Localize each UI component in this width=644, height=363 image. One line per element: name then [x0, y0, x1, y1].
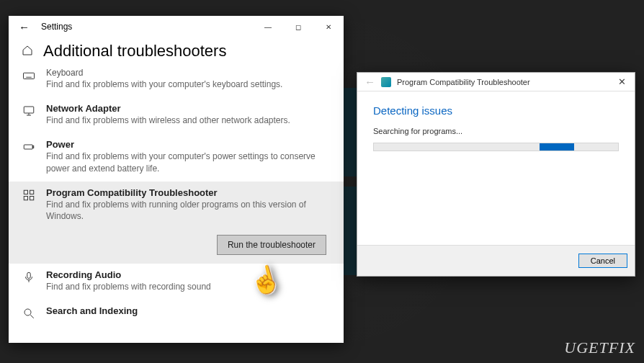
item-title: Program Compatibility Troubleshooter	[46, 187, 331, 198]
dialog-titlebar: ← Program Compatibility Troubleshooter ✕	[357, 73, 635, 91]
svg-rect-15	[27, 272, 31, 278]
svg-rect-12	[30, 190, 34, 194]
dialog-title: Program Compatibility Troubleshooter	[397, 78, 530, 86]
troubleshooter-icon	[381, 77, 391, 87]
item-title: Search and Indexing	[46, 305, 331, 316]
cancel-button[interactable]: Cancel	[578, 254, 627, 268]
svg-rect-6	[24, 107, 34, 113]
dialog-back-icon: ←	[365, 76, 375, 88]
item-desc: Find and fix problems with running older…	[46, 199, 331, 222]
run-button-row: Run the troubleshooter	[9, 229, 344, 264]
item-title: Keyboard	[46, 68, 331, 78]
close-button[interactable]: ✕	[313, 16, 344, 37]
network-icon	[22, 103, 36, 126]
item-desc: Find and fix problems with wireless and …	[46, 115, 331, 126]
list-item-power[interactable]: Power Find and fix problems with your co…	[9, 133, 344, 181]
back-button[interactable]: ←	[14, 18, 34, 36]
svg-line-18	[30, 315, 34, 319]
page-header: Additional troubleshooters	[9, 37, 344, 68]
dialog-footer: Cancel	[357, 246, 635, 276]
item-title: Recording Audio	[46, 269, 331, 280]
svg-rect-11	[24, 190, 27, 194]
svg-rect-14	[30, 196, 34, 200]
program-compat-icon	[22, 187, 36, 222]
dialog-close-button[interactable]: ✕	[614, 75, 630, 89]
page-title: Additional troubleshooters	[43, 42, 226, 60]
dialog-body: Detecting issues Searching for programs.…	[357, 91, 635, 246]
item-desc: Find and fix problems with recording sou…	[46, 281, 331, 292]
home-icon[interactable]	[22, 45, 33, 58]
troubleshooter-dialog: ← Program Compatibility Troubleshooter ✕…	[357, 72, 635, 277]
dialog-status: Searching for programs...	[373, 127, 619, 135]
power-icon	[22, 139, 36, 174]
dialog-heading: Detecting issues	[373, 104, 619, 117]
list-item-keyboard[interactable]: Keyboard Find and fix problems with your…	[9, 68, 344, 97]
list-item-search-indexing[interactable]: Search and Indexing	[9, 300, 344, 327]
search-icon	[22, 305, 36, 320]
run-troubleshooter-button[interactable]: Run the troubleshooter	[217, 235, 326, 255]
item-desc: Find and fix problems with your computer…	[46, 79, 331, 90]
svg-rect-0	[24, 73, 35, 79]
progress-chunk	[540, 143, 574, 151]
list-item-network[interactable]: Network Adapter Find and fix problems wi…	[9, 97, 344, 133]
progress-bar	[373, 143, 619, 151]
item-title: Power	[46, 139, 331, 150]
troubleshooter-list: Keyboard Find and fix problems with your…	[9, 68, 344, 327]
svg-rect-13	[24, 196, 27, 200]
settings-app-title: Settings	[41, 22, 72, 32]
item-desc: Find and fix problems with your computer…	[46, 151, 331, 174]
settings-titlebar: ← Settings ― ◻ ✕	[9, 16, 344, 37]
watermark: UGETFIX	[564, 339, 635, 357]
svg-rect-10	[32, 146, 34, 148]
settings-window: ← Settings ― ◻ ✕ Additional troubleshoot…	[9, 16, 344, 343]
maximize-button[interactable]: ◻	[283, 16, 313, 37]
microphone-icon	[22, 269, 36, 292]
keyboard-icon	[22, 68, 36, 90]
list-item-recording-audio[interactable]: Recording Audio Find and fix problems wi…	[9, 264, 344, 300]
minimize-button[interactable]: ―	[253, 16, 283, 37]
svg-point-17	[24, 309, 31, 315]
list-item-program-compat[interactable]: Program Compatibility Troubleshooter Fin…	[9, 182, 344, 229]
item-title: Network Adapter	[46, 103, 331, 114]
svg-rect-9	[24, 145, 32, 149]
